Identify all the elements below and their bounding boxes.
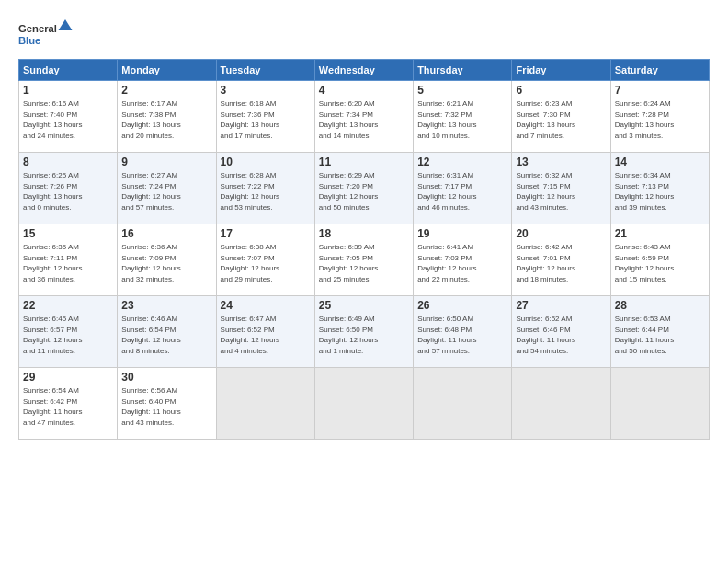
day-info: Sunrise: 6:38 AM Sunset: 7:07 PM Dayligh… xyxy=(221,242,311,284)
table-row: 4Sunrise: 6:20 AM Sunset: 7:34 PM Daylig… xyxy=(314,81,413,153)
table-row: 21Sunrise: 6:43 AM Sunset: 6:59 PM Dayli… xyxy=(610,224,709,296)
table-row: 8Sunrise: 6:25 AM Sunset: 7:26 PM Daylig… xyxy=(19,153,118,224)
table-row: 6Sunrise: 6:23 AM Sunset: 7:30 PM Daylig… xyxy=(512,81,610,153)
table-row: 15Sunrise: 6:35 AM Sunset: 7:11 PM Dayli… xyxy=(19,224,118,296)
day-number: 16 xyxy=(121,227,211,240)
col-tuesday: Tuesday xyxy=(216,60,314,81)
table-row: 28Sunrise: 6:53 AM Sunset: 6:44 PM Dayli… xyxy=(610,296,709,368)
table-row: 9Sunrise: 6:27 AM Sunset: 7:24 PM Daylig… xyxy=(118,153,216,224)
col-monday: Monday xyxy=(118,60,216,81)
table-row: 29Sunrise: 6:54 AM Sunset: 6:42 PM Dayli… xyxy=(19,368,118,440)
svg-text:General: General xyxy=(18,23,57,34)
table-row xyxy=(414,368,512,440)
day-number: 4 xyxy=(319,84,409,97)
day-info: Sunrise: 6:27 AM Sunset: 7:24 PM Dayligh… xyxy=(121,170,211,213)
day-info: Sunrise: 6:21 AM Sunset: 7:32 PM Dayligh… xyxy=(417,98,507,141)
day-number: 3 xyxy=(221,84,311,97)
col-sunday: Sunday xyxy=(19,60,118,81)
header: General Blue xyxy=(18,15,710,52)
day-number: 22 xyxy=(23,299,113,312)
day-info: Sunrise: 6:29 AM Sunset: 7:20 PM Dayligh… xyxy=(319,170,409,213)
col-thursday: Thursday xyxy=(414,60,512,81)
day-info: Sunrise: 6:35 AM Sunset: 7:11 PM Dayligh… xyxy=(23,242,113,284)
page: General Blue Sunday Monday Tuesday Wedne… xyxy=(0,0,728,563)
table-row: 25Sunrise: 6:49 AM Sunset: 6:50 PM Dayli… xyxy=(314,296,413,368)
day-number: 10 xyxy=(221,155,311,168)
day-number: 14 xyxy=(615,155,705,168)
day-number: 28 xyxy=(615,299,705,312)
day-info: Sunrise: 6:49 AM Sunset: 6:50 PM Dayligh… xyxy=(319,314,409,356)
day-number: 20 xyxy=(516,227,606,240)
day-info: Sunrise: 6:39 AM Sunset: 7:05 PM Dayligh… xyxy=(319,242,409,284)
day-number: 6 xyxy=(516,84,606,97)
day-number: 30 xyxy=(121,371,211,384)
day-number: 7 xyxy=(615,84,705,97)
table-row: 14Sunrise: 6:34 AM Sunset: 7:13 PM Dayli… xyxy=(610,153,709,224)
calendar-row: 15Sunrise: 6:35 AM Sunset: 7:11 PM Dayli… xyxy=(19,224,710,296)
day-info: Sunrise: 6:18 AM Sunset: 7:36 PM Dayligh… xyxy=(221,98,311,141)
table-row: 12Sunrise: 6:31 AM Sunset: 7:17 PM Dayli… xyxy=(414,153,512,224)
table-row: 1Sunrise: 6:16 AM Sunset: 7:40 PM Daylig… xyxy=(19,81,118,153)
day-info: Sunrise: 6:50 AM Sunset: 6:48 PM Dayligh… xyxy=(417,314,507,356)
day-number: 15 xyxy=(23,227,113,240)
day-info: Sunrise: 6:56 AM Sunset: 6:40 PM Dayligh… xyxy=(121,385,211,428)
day-info: Sunrise: 6:53 AM Sunset: 6:44 PM Dayligh… xyxy=(615,314,705,356)
day-info: Sunrise: 6:45 AM Sunset: 6:57 PM Dayligh… xyxy=(23,314,113,356)
day-info: Sunrise: 6:20 AM Sunset: 7:34 PM Dayligh… xyxy=(319,98,409,141)
table-row: 22Sunrise: 6:45 AM Sunset: 6:57 PM Dayli… xyxy=(19,296,118,368)
day-info: Sunrise: 6:34 AM Sunset: 7:13 PM Dayligh… xyxy=(615,170,705,213)
calendar-row: 1Sunrise: 6:16 AM Sunset: 7:40 PM Daylig… xyxy=(19,81,710,153)
table-row: 26Sunrise: 6:50 AM Sunset: 6:48 PM Dayli… xyxy=(414,296,512,368)
day-info: Sunrise: 6:41 AM Sunset: 7:03 PM Dayligh… xyxy=(417,242,507,284)
day-number: 29 xyxy=(23,371,113,384)
table-row xyxy=(314,368,413,440)
day-info: Sunrise: 6:52 AM Sunset: 6:46 PM Dayligh… xyxy=(516,314,606,356)
day-number: 17 xyxy=(221,227,311,240)
table-row: 13Sunrise: 6:32 AM Sunset: 7:15 PM Dayli… xyxy=(512,153,610,224)
svg-text:Blue: Blue xyxy=(18,35,40,46)
day-info: Sunrise: 6:54 AM Sunset: 6:42 PM Dayligh… xyxy=(23,385,113,428)
day-info: Sunrise: 6:24 AM Sunset: 7:28 PM Dayligh… xyxy=(615,98,705,141)
col-wednesday: Wednesday xyxy=(314,60,413,81)
table-row: 16Sunrise: 6:36 AM Sunset: 7:09 PM Dayli… xyxy=(118,224,216,296)
day-number: 2 xyxy=(121,84,211,97)
table-row xyxy=(512,368,610,440)
day-number: 1 xyxy=(23,84,113,97)
day-info: Sunrise: 6:46 AM Sunset: 6:54 PM Dayligh… xyxy=(121,314,211,356)
day-number: 9 xyxy=(121,155,211,168)
day-number: 5 xyxy=(417,84,507,97)
day-number: 26 xyxy=(417,299,507,312)
calendar-table: Sunday Monday Tuesday Wednesday Thursday… xyxy=(18,59,710,440)
col-friday: Friday xyxy=(512,60,610,81)
table-row xyxy=(610,368,709,440)
table-row: 23Sunrise: 6:46 AM Sunset: 6:54 PM Dayli… xyxy=(118,296,216,368)
day-number: 19 xyxy=(417,227,507,240)
table-row: 10Sunrise: 6:28 AM Sunset: 7:22 PM Dayli… xyxy=(216,153,314,224)
logo-svg: General Blue xyxy=(18,15,74,52)
day-number: 27 xyxy=(516,299,606,312)
day-info: Sunrise: 6:31 AM Sunset: 7:17 PM Dayligh… xyxy=(417,170,507,213)
day-number: 21 xyxy=(615,227,705,240)
day-number: 11 xyxy=(319,155,409,168)
table-row: 17Sunrise: 6:38 AM Sunset: 7:07 PM Dayli… xyxy=(216,224,314,296)
day-number: 24 xyxy=(221,299,311,312)
day-info: Sunrise: 6:42 AM Sunset: 7:01 PM Dayligh… xyxy=(516,242,606,284)
day-number: 18 xyxy=(319,227,409,240)
svg-marker-2 xyxy=(59,19,73,30)
day-info: Sunrise: 6:17 AM Sunset: 7:38 PM Dayligh… xyxy=(121,98,211,141)
calendar-row: 22Sunrise: 6:45 AM Sunset: 6:57 PM Dayli… xyxy=(19,296,710,368)
day-number: 23 xyxy=(121,299,211,312)
table-row: 3Sunrise: 6:18 AM Sunset: 7:36 PM Daylig… xyxy=(216,81,314,153)
table-row: 30Sunrise: 6:56 AM Sunset: 6:40 PM Dayli… xyxy=(118,368,216,440)
logo: General Blue xyxy=(18,15,74,52)
table-row: 18Sunrise: 6:39 AM Sunset: 7:05 PM Dayli… xyxy=(314,224,413,296)
day-info: Sunrise: 6:23 AM Sunset: 7:30 PM Dayligh… xyxy=(516,98,606,141)
col-saturday: Saturday xyxy=(610,60,709,81)
table-row: 11Sunrise: 6:29 AM Sunset: 7:20 PM Dayli… xyxy=(314,153,413,224)
calendar-header-row: Sunday Monday Tuesday Wednesday Thursday… xyxy=(19,60,710,81)
table-row: 5Sunrise: 6:21 AM Sunset: 7:32 PM Daylig… xyxy=(414,81,512,153)
table-row xyxy=(216,368,314,440)
day-info: Sunrise: 6:36 AM Sunset: 7:09 PM Dayligh… xyxy=(121,242,211,284)
day-info: Sunrise: 6:25 AM Sunset: 7:26 PM Dayligh… xyxy=(23,170,113,213)
day-number: 12 xyxy=(417,155,507,168)
